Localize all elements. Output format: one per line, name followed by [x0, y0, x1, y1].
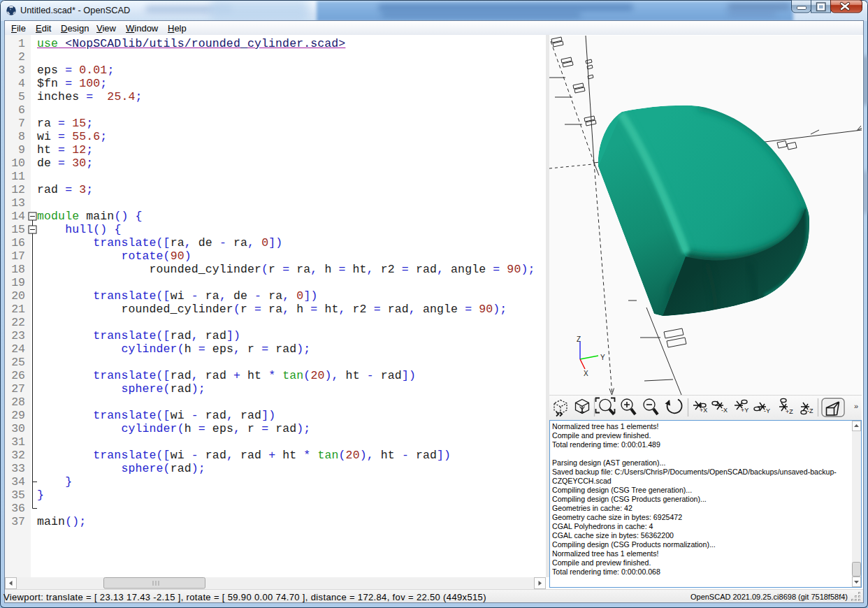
svg-text:-X: -X [721, 407, 728, 414]
svg-text:Z: Z [577, 335, 581, 343]
svg-text:X: X [584, 370, 588, 377]
svg-text:+Y: +Y [741, 407, 748, 414]
svg-text:Y: Y [600, 354, 605, 361]
svg-text:»: » [854, 402, 858, 410]
svg-text:+Z: +Z [786, 408, 793, 415]
svg-text:+X: +X [700, 407, 707, 414]
svg-text:-Y: -Y [764, 407, 770, 414]
svg-text:-Z: -Z [807, 407, 813, 414]
